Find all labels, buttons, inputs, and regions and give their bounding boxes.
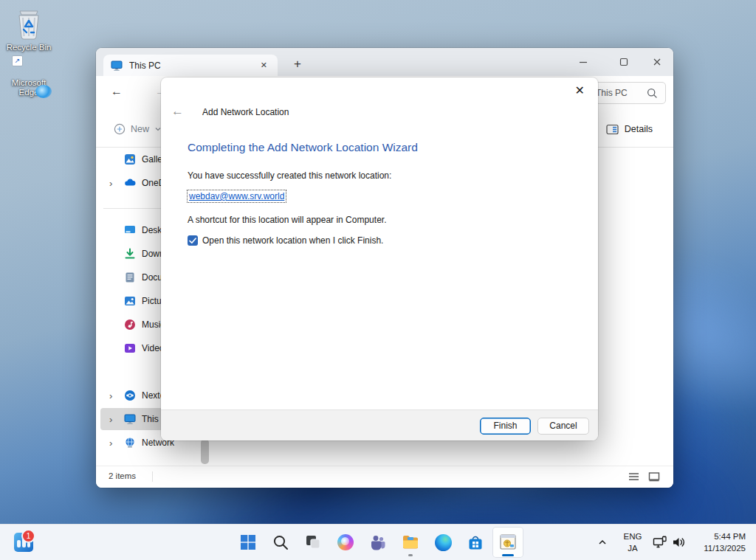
tab-strip: This PC ✕ +: [96, 48, 673, 76]
teams-icon: [369, 534, 387, 550]
edge-icon: [435, 534, 452, 551]
wizard-heading: Completing the Add Network Location Wiza…: [188, 141, 418, 154]
this-pc-icon: [111, 60, 123, 72]
wizard-body-line2: A shortcut for this location will appear…: [188, 215, 386, 225]
checkbox-label: Open this network location when I click …: [202, 235, 383, 246]
chevron-right-icon[interactable]: ›: [109, 414, 124, 425]
nextcloud-icon: [124, 390, 136, 401]
network-wizard-icon: [498, 533, 518, 552]
desktop-icon-label: Recycle Bin: [0, 43, 58, 52]
music-icon: [124, 319, 136, 331]
sidebar-scrollbar[interactable]: [201, 439, 209, 464]
details-button-label: Details: [625, 124, 653, 134]
new-button[interactable]: New: [108, 119, 168, 139]
list-view-icon[interactable]: [628, 471, 639, 482]
onedrive-icon: [124, 177, 136, 189]
downloads-icon: [124, 248, 136, 260]
file-explorer-icon: [402, 534, 419, 550]
widgets-button[interactable]: 1: [9, 528, 38, 557]
file-explorer-button[interactable]: [396, 528, 425, 557]
store-icon: [467, 534, 484, 551]
status-bar: 2 items: [96, 466, 673, 488]
edge-button[interactable]: [428, 528, 458, 557]
desktop-icon-microsoft-edge[interactable]: ↗ Microsoft Edge: [0, 77, 58, 97]
date-label: 11/13/2025: [704, 542, 746, 554]
language-indicator[interactable]: ENG JA: [620, 530, 645, 554]
copilot-button[interactable]: [331, 528, 360, 557]
finish-button[interactable]: Finish: [480, 418, 531, 435]
start-button[interactable]: [233, 528, 263, 557]
network-location-link[interactable]: webdav@www.srv.world: [187, 190, 286, 203]
wizard-body-line1: You have successfully created this netwo…: [188, 170, 391, 181]
tab-close-icon[interactable]: ✕: [258, 61, 270, 70]
close-button[interactable]: [646, 52, 668, 72]
chevron-up-icon: [597, 536, 608, 548]
details-button[interactable]: Details: [602, 119, 657, 139]
item-count: 2 items: [109, 471, 136, 480]
network-icon: [124, 437, 136, 449]
search-button[interactable]: [266, 528, 295, 557]
desktop: Recycle Bin ↗ Microsoft Edge This PC ✕: [0, 0, 756, 560]
shortcut-arrow-icon: ↗: [12, 55, 23, 66]
teams-button[interactable]: [363, 528, 393, 557]
open-location-checkbox-row[interactable]: Open this network location when I click …: [188, 235, 383, 246]
documents-icon: [124, 272, 136, 283]
start-icon: [240, 534, 256, 550]
pictures-icon: [124, 295, 136, 307]
nav-back-icon[interactable]: ←: [111, 85, 123, 98]
checkbox-checked-icon[interactable]: [188, 235, 198, 246]
volume-tray-icon[interactable]: [672, 536, 687, 549]
tab-title: This PC: [129, 61, 258, 71]
store-button[interactable]: [461, 528, 490, 557]
this-pc-icon: [124, 413, 136, 425]
recycle-bin-icon: [0, 6, 58, 41]
language-line1: ENG: [620, 530, 645, 542]
network-tray-icon[interactable]: [653, 536, 667, 549]
chevron-right-icon[interactable]: ›: [109, 178, 124, 189]
language-line2: JA: [620, 542, 645, 554]
notification-badge: 1: [21, 529, 35, 543]
desktop-icon-recycle-bin[interactable]: Recycle Bin: [0, 6, 58, 52]
add-network-location-dialog: ✕ ← Add Network Location Completing the …: [161, 77, 598, 440]
search-icon: [272, 534, 289, 550]
tab-this-pc[interactable]: This PC ✕: [103, 55, 278, 76]
gallery-icon: [124, 153, 136, 165]
dialog-back-icon[interactable]: ←: [168, 104, 187, 119]
dialog-footer: Finish Cancel: [161, 409, 598, 440]
task-view-button[interactable]: [298, 528, 328, 557]
cancel-button[interactable]: Cancel: [537, 418, 589, 435]
copilot-icon: [337, 534, 354, 550]
widgets-icon: 1: [14, 533, 33, 552]
dialog-title: Add Network Location: [202, 107, 289, 117]
search-value: This PC: [596, 88, 628, 98]
task-view-icon: [305, 534, 321, 550]
details-pane-icon: [606, 124, 619, 135]
status-divider: [152, 471, 153, 482]
active-app-indicator: [502, 554, 514, 556]
clock[interactable]: 5:44 PM 11/13/2025: [704, 530, 746, 554]
large-icons-view-icon[interactable]: [648, 471, 660, 482]
tray-chevron-button[interactable]: [589, 528, 616, 557]
chevron-right-icon[interactable]: ›: [109, 438, 124, 449]
videos-icon: [124, 342, 136, 354]
new-tab-button[interactable]: +: [289, 55, 306, 73]
time-label: 5:44 PM: [704, 530, 746, 542]
plus-circle-icon: [114, 123, 126, 135]
chevron-right-icon[interactable]: ›: [109, 390, 124, 401]
new-button-label: New: [131, 124, 149, 134]
search-icon: [647, 88, 658, 99]
network-wizard-button[interactable]: [493, 528, 523, 557]
dialog-close-icon[interactable]: ✕: [571, 82, 589, 99]
running-indicator: [408, 554, 413, 556]
minimize-button[interactable]: [572, 52, 594, 72]
desktop-icon: [124, 224, 136, 236]
taskbar: 1: [0, 524, 756, 560]
maximize-button[interactable]: [613, 52, 635, 72]
